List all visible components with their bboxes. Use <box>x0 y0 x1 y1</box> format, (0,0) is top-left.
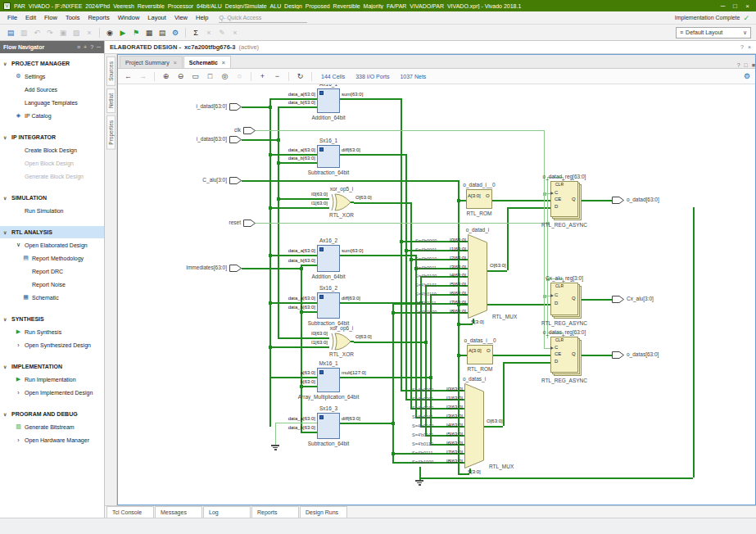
quick-access-search[interactable]: Q- Quick Access <box>219 13 307 23</box>
module-block-ax16_1[interactable] <box>317 88 340 113</box>
tab-project-summary[interactable]: Project Summary× <box>120 56 183 68</box>
port-symbol <box>229 265 242 272</box>
open-project-icon[interactable]: ▤ <box>5 27 16 38</box>
sidebar-section-ip-integrator[interactable]: ∨IP INTEGRATOR <box>0 131 104 143</box>
menu-flow[interactable]: Flow <box>40 13 61 22</box>
zoom-out-icon[interactable]: ⊖ <box>175 72 186 80</box>
close-pane-icon[interactable]: × <box>748 44 751 50</box>
mux-block-o_datas_i[interactable] <box>464 383 484 468</box>
bottom-tab-reports[interactable]: Reports <box>251 506 299 518</box>
menu-edit[interactable]: Edit <box>21 13 40 22</box>
sidebar-item-open-synthesized-design[interactable]: ›Open Synthesized Design <box>0 338 104 351</box>
pane-icon-1[interactable]: □ <box>745 62 748 68</box>
expand-icon[interactable]: + <box>257 72 268 80</box>
module-block-sx16_2[interactable] <box>317 292 340 319</box>
item-label: IP Catalog <box>25 113 52 119</box>
sidebar-item-open-elaborated-design[interactable]: ∨Open Elaborated Design <box>0 238 104 251</box>
sidebar-item-report-drc[interactable]: Report DRC <box>0 265 104 278</box>
close-tab-icon[interactable]: × <box>174 60 177 66</box>
module-block-mx16_1[interactable] <box>317 368 340 392</box>
close-tab-icon[interactable]: × <box>222 60 225 66</box>
report-icon[interactable]: ▤ <box>156 27 168 38</box>
settings-gear-icon[interactable]: ⚙ <box>744 72 750 80</box>
sidebar-section-simulation[interactable]: ∨SIMULATION <box>0 192 104 204</box>
tab-label: Tcl Console <box>112 509 142 515</box>
sidebar-item-ip-catalog[interactable]: ◈IP Catalog <box>0 109 104 122</box>
xor-gate-xor_op5_i[interactable] <box>329 193 354 211</box>
flow-nav-header-icon-0[interactable]: ≡ <box>77 44 80 50</box>
module-block-sx16_1[interactable] <box>317 145 340 168</box>
back-icon[interactable]: ← <box>123 72 134 80</box>
sigma-icon[interactable]: Σ <box>190 27 201 38</box>
sidebar-item-open-implemented-design[interactable]: ›Open Implemented Design <box>0 386 104 399</box>
sidebar-item-report-methodology[interactable]: ▤Report Methodology <box>0 251 104 265</box>
collapse-icon[interactable]: − <box>272 72 283 80</box>
item-label: Run Simulation <box>25 208 63 214</box>
menu-layout[interactable]: Layout <box>143 13 170 22</box>
stat-0[interactable]: 144 Cells <box>318 74 348 79</box>
sidebar-section-project-manager[interactable]: ∨PROJECT MANAGER <box>0 57 104 70</box>
schematic-tool-icon[interactable]: ▦ <box>143 27 155 38</box>
milestone-flag-icon[interactable]: ⚑ <box>130 27 142 38</box>
minimize-button[interactable]: ─ <box>718 2 728 10</box>
sidebar-item-run-simulation[interactable]: Run Simulation <box>0 204 104 217</box>
menu-help[interactable]: Help <box>192 13 212 22</box>
sidebar-item-language-templates[interactable]: Language Templates <box>0 96 104 109</box>
bottom-tab-messages[interactable]: Messages <box>155 506 202 518</box>
bottom-tab-tcl-console[interactable]: Tcl Console <box>106 506 154 518</box>
sidebar-section-synthesis[interactable]: ∨SYNTHESIS <box>0 313 104 325</box>
menu-window[interactable]: Window <box>114 13 144 22</box>
sidebar-item-generate-bitstream[interactable]: ▥Generate Bitstream <box>0 420 104 433</box>
mux-block-o_datad_i[interactable] <box>468 234 487 319</box>
sidebar-item-run-implementation[interactable]: ▶Run Implementation <box>0 373 104 386</box>
rom-block-o_datad_i__0[interactable] <box>466 189 492 209</box>
flow-nav-header-icon-1[interactable]: + <box>84 44 87 50</box>
side-tab-properties[interactable]: Properties <box>106 115 115 150</box>
menu-view[interactable]: View <box>170 13 192 22</box>
sidebar-section-rtl-analysis[interactable]: ∨RTL ANALYSIS <box>0 226 104 238</box>
module-block-sx16_3[interactable] <box>317 413 340 439</box>
net-wire <box>458 180 459 473</box>
xor-gate-xor_op6_i[interactable] <box>329 333 354 351</box>
zoom-fit-icon[interactable]: ▭ <box>190 72 201 80</box>
maximize-button[interactable]: □ <box>730 2 740 10</box>
sidebar-item-add-sources[interactable]: Add Sources <box>0 83 104 96</box>
menu-tools[interactable]: Tools <box>61 13 84 22</box>
stat-2[interactable]: 1037 Nets <box>396 74 429 79</box>
sidebar-item-create-block-design[interactable]: Create Block Design <box>0 143 104 156</box>
close-button[interactable]: × <box>742 2 753 10</box>
regenerate-icon[interactable]: ↻ <box>295 72 306 80</box>
module-block-ax16_2[interactable] <box>317 245 340 272</box>
schematic-canvas[interactable]: i_datad[63:0]clki_datas[63:0]C_alu[3:0]r… <box>118 84 755 505</box>
sidebar-item-run-synthesis[interactable]: ▶Run Synthesis <box>0 325 104 338</box>
sidebar-section-program-and-debug[interactable]: ∨PROGRAM AND DEBUG <box>0 408 104 420</box>
run-icon[interactable]: ▶ <box>117 27 129 38</box>
zoom-in-icon[interactable]: ⊕ <box>161 72 171 80</box>
net-junction <box>269 106 272 109</box>
tab-label: Log <box>209 509 219 515</box>
side-tab-netlist[interactable]: Netlist <box>106 88 115 113</box>
pane-icon-0[interactable]: ? <box>737 62 740 68</box>
settings-gear-icon[interactable]: ⚙ <box>170 27 181 38</box>
menu-reports[interactable]: Reports <box>84 13 113 22</box>
search-icon[interactable]: ◉ <box>104 27 115 38</box>
pane-icon-2[interactable]: ■ <box>752 62 755 68</box>
sidebar-section-implementation[interactable]: ∨IMPLEMENTATION <box>0 360 104 373</box>
sidebar-item-schematic[interactable]: ▦Schematic <box>0 291 104 304</box>
zoom-full-icon[interactable]: □ <box>205 72 215 80</box>
flow-nav-header-icon-3[interactable]: ─ <box>97 44 101 50</box>
delete-icon: × <box>84 27 95 38</box>
sidebar-item-settings[interactable]: ⚙Settings <box>0 70 104 83</box>
help-icon[interactable]: ? <box>740 44 744 50</box>
layout-selector-dropdown[interactable]: ≡ Default Layout ∨ <box>676 27 751 38</box>
sidebar-item-report-noise[interactable]: Report Noise <box>0 278 104 291</box>
bottom-tab-design-runs[interactable]: Design Runs <box>300 506 347 518</box>
bottom-tab-log[interactable]: Log <box>203 506 251 518</box>
tab-schematic[interactable]: Schematic× <box>183 56 231 68</box>
stat-1[interactable]: 338 I/O Ports <box>352 74 392 79</box>
menu-file[interactable]: File <box>3 13 21 22</box>
flow-nav-header-icon-2[interactable]: ? <box>90 44 93 50</box>
side-tab-sources[interactable]: Sources <box>106 57 115 86</box>
sidebar-item-open-hardware-manager[interactable]: ›Open Hardware Manager <box>0 433 104 446</box>
select-area-icon[interactable]: ◎ <box>220 72 230 80</box>
